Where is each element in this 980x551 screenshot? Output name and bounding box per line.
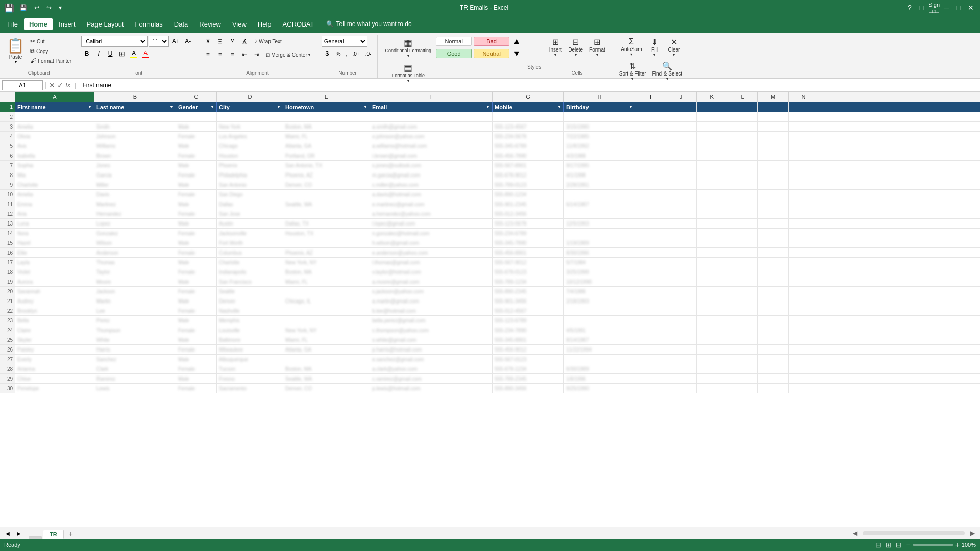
cell-4-11[interactable]	[727, 132, 758, 141]
cell-4-13[interactable]	[789, 132, 819, 141]
cell-2-8[interactable]	[635, 112, 666, 121]
cell-1-10[interactable]	[697, 102, 727, 112]
cell-13-11[interactable]	[727, 219, 758, 228]
cell-7-11[interactable]	[727, 161, 758, 170]
cell-29-11[interactable]	[727, 374, 758, 383]
undo-btn[interactable]: ↩	[32, 3, 41, 12]
cell-4-5[interactable]: o.johnson@yahoo.com	[370, 132, 493, 141]
cell-13-1[interactable]: Lopez	[94, 219, 176, 228]
cell-5-11[interactable]	[727, 141, 758, 151]
cell-15-5[interactable]: h.wilson@gmail.com	[370, 238, 493, 247]
cell-19-12[interactable]	[758, 277, 789, 286]
cell-2-3[interactable]	[217, 112, 283, 121]
cell-12-6[interactable]: 555-012-3456	[493, 209, 564, 218]
cell-reference-box[interactable]	[2, 80, 43, 90]
cell-25-8[interactable]	[635, 335, 666, 344]
cell-27-6[interactable]: 555-567-0123	[493, 355, 564, 364]
redo-btn[interactable]: ↪	[44, 3, 54, 12]
cell-25-1[interactable]: White	[94, 335, 176, 344]
cell-12-1[interactable]: Hernandez	[94, 209, 176, 218]
cell-30-2[interactable]: Female	[176, 384, 217, 393]
cell-24-11[interactable]	[727, 325, 758, 335]
cell-24-12[interactable]	[758, 325, 789, 335]
cell-8-7[interactable]: 4/1/1998	[564, 170, 635, 180]
cell-29-2[interactable]: Male	[176, 374, 217, 383]
cell-23-4[interactable]	[283, 316, 370, 325]
cell-17-12[interactable]	[758, 258, 789, 267]
cell-25-4[interactable]: Miami, FL	[283, 335, 370, 344]
cell-14-1[interactable]: Gonzalez	[94, 229, 176, 238]
cell-28-5[interactable]: a.clark@yahoo.com	[370, 364, 493, 373]
scroll-bar-right-btn[interactable]: ▶	[967, 528, 978, 539]
ribbon-display-btn[interactable]: □	[917, 3, 927, 13]
menu-help[interactable]: Help	[253, 18, 277, 30]
cell-30-7[interactable]: 9/25/1990	[564, 384, 635, 393]
cell-16-2[interactable]: Female	[176, 248, 217, 257]
cell-18-11[interactable]	[727, 267, 758, 277]
menu-insert[interactable]: Insert	[54, 18, 81, 30]
cell-29-3[interactable]: Fresno	[217, 374, 283, 383]
cell-17-8[interactable]	[635, 258, 666, 267]
cell-11-4[interactable]: Seattle, WA	[283, 199, 370, 209]
merge-center-btn[interactable]: ⊡ Merge & Center ▾	[263, 51, 313, 59]
cancel-formula-btn[interactable]: ✕	[49, 81, 55, 89]
cell-12-13[interactable]	[789, 209, 819, 218]
cell-26-2[interactable]: Female	[176, 345, 217, 354]
cell-9-10[interactable]	[697, 180, 727, 189]
cell-23-7[interactable]	[564, 316, 635, 325]
cell-19-10[interactable]	[697, 277, 727, 286]
cell-20-3[interactable]: Seattle	[217, 287, 283, 296]
menu-page-layout[interactable]: Page Layout	[82, 18, 129, 30]
cell-27-13[interactable]	[789, 355, 819, 364]
cell-22-1[interactable]: Lee	[94, 306, 176, 315]
col-header-i[interactable]: I	[635, 92, 666, 102]
cell-21-10[interactable]	[697, 296, 727, 306]
scroll-bar-left-btn[interactable]: ◀	[849, 528, 861, 539]
cell-24-6[interactable]: 555-234-7890	[493, 325, 564, 335]
cell-12-9[interactable]	[666, 209, 697, 218]
cell-11-9[interactable]	[666, 199, 697, 209]
cell-3-12[interactable]	[758, 122, 789, 131]
cell-17-0[interactable]: Layla	[15, 258, 94, 267]
col-header-l[interactable]: L	[727, 92, 758, 102]
col-header-g[interactable]: G	[493, 92, 564, 102]
cell-13-8[interactable]	[635, 219, 666, 228]
cell-19-6[interactable]: 555-789-1234	[493, 277, 564, 286]
cell-28-4[interactable]: Boston, MA	[283, 364, 370, 373]
cell-29-6[interactable]: 555-789-2345	[493, 374, 564, 383]
cell-21-9[interactable]	[666, 296, 697, 306]
cell-2-0[interactable]	[15, 112, 94, 121]
cell-6-6[interactable]: 555-456-7890	[493, 151, 564, 160]
cell-27-9[interactable]	[666, 355, 697, 364]
cell-11-2[interactable]: Male	[176, 199, 217, 209]
cell-3-5[interactable]: a.smith@gmail.com	[370, 122, 493, 131]
cell-12-10[interactable]	[697, 209, 727, 218]
cell-26-10[interactable]	[697, 345, 727, 354]
cell-10-0[interactable]: Amelia	[15, 190, 94, 199]
menu-home[interactable]: Home	[24, 18, 53, 30]
cell-16-10[interactable]	[697, 248, 727, 257]
fill-btn[interactable]: ⬇ Fill ▾	[645, 36, 664, 59]
cell-10-4[interactable]	[283, 190, 370, 199]
cell-9-3[interactable]: San Antonio	[217, 180, 283, 189]
horizontal-scrollbar[interactable]	[863, 531, 965, 535]
col-header-e[interactable]: E	[283, 92, 370, 102]
save-quick-btn[interactable]: 💾	[17, 3, 29, 12]
cell-8-4[interactable]: Phoenix, AZ	[283, 170, 370, 180]
cell-14-3[interactable]: Jacksonville	[217, 229, 283, 238]
cell-22-0[interactable]: Brooklyn	[15, 306, 94, 315]
header-cell-first-name[interactable]: First name▼	[15, 102, 94, 112]
cell-2-6[interactable]	[493, 112, 564, 121]
menu-data[interactable]: Data	[169, 18, 193, 30]
cell-17-1[interactable]: Thomas	[94, 258, 176, 267]
cell-21-5[interactable]: a.martin@gmail.com	[370, 296, 493, 306]
cell-8-13[interactable]	[789, 170, 819, 180]
cell-7-5[interactable]: s.jones@outlook.com	[370, 161, 493, 170]
cell-21-13[interactable]	[789, 296, 819, 306]
cell-7-12[interactable]	[758, 161, 789, 170]
cell-2-2[interactable]	[176, 112, 217, 121]
cell-28-1[interactable]: Clark	[94, 364, 176, 373]
cell-5-10[interactable]	[697, 141, 727, 151]
cell-26-9[interactable]	[666, 345, 697, 354]
cell-25-11[interactable]	[727, 335, 758, 344]
